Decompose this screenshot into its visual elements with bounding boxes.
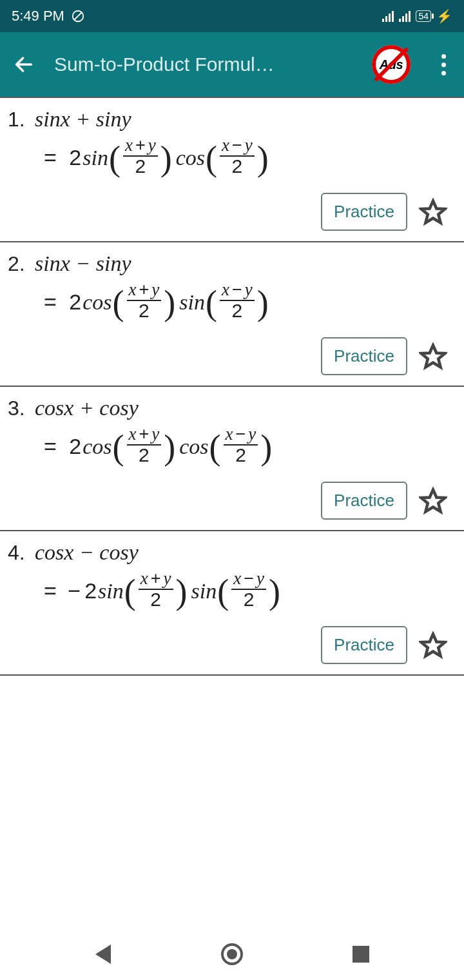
no-ads-button[interactable]: Ads [372,45,411,84]
formula-card: 1.sinx + siny= 2sin(x+y2)cos(x−y2)Practi… [0,98,464,242]
formula-lhs: cosx − cosy [35,540,139,565]
svg-marker-3 [421,201,445,222]
nav-home-button[interactable] [219,941,245,967]
do-not-disturb-icon [71,9,85,23]
practice-button[interactable]: Practice [321,337,407,375]
svg-marker-4 [421,345,445,367]
svg-line-1 [74,13,81,20]
formula-lhs: cosx + cosy [35,396,139,420]
favorite-button[interactable] [419,198,447,226]
practice-button[interactable]: Practice [321,482,407,520]
svg-marker-5 [421,489,445,511]
practice-button[interactable]: Practice [321,626,407,664]
formula-number: 2. [8,252,28,276]
charging-icon: ⚡ [436,8,452,24]
favorite-button[interactable] [419,342,447,371]
formula-list: 1.sinx + siny= 2sin(x+y2)cos(x−y2)Practi… [0,97,464,676]
formula-number: 1. [8,108,28,132]
overflow-menu-button[interactable] [430,54,451,75]
svg-marker-6 [421,634,445,656]
formula-card: 3.cosx + cosy= 2cos(x+y2)cos(x−y2)Practi… [0,387,464,531]
formula-rhs: = 2cos(x+y2)sin(x−y2) [8,276,451,328]
nav-recent-button[interactable] [348,941,374,967]
app-bar: Sum-to-Product Formul… Ads [0,32,464,97]
favorite-button[interactable] [419,487,447,515]
formula-number: 3. [8,397,28,420]
back-button[interactable] [13,54,35,75]
formula-card: 4.cosx − cosy= −2sin(x+y2)sin(x−y2)Pract… [0,531,464,676]
page-title: Sum-to-Product Formul… [54,54,353,75]
system-nav-bar [0,928,464,980]
formula-card: 2.sinx − siny= 2cos(x+y2)sin(x−y2)Practi… [0,242,464,387]
signal-icon [382,10,394,22]
formula-rhs: = −2sin(x+y2)sin(x−y2) [8,565,451,617]
formula-rhs: = 2sin(x+y2)cos(x−y2) [8,132,451,184]
nav-back-button[interactable] [90,941,116,967]
formula-lhs: sinx − siny [35,251,131,276]
battery-icon: 54 [416,10,431,22]
signal-icon [399,10,411,22]
practice-button[interactable]: Practice [321,193,407,231]
formula-rhs: = 2cos(x+y2)cos(x−y2) [8,420,451,473]
formula-number: 4. [8,541,28,565]
clock-text: 5:49 PM [12,8,64,24]
formula-lhs: sinx + siny [35,107,131,132]
favorite-button[interactable] [419,631,447,660]
status-bar: 5:49 PM 54 ⚡ [0,0,464,32]
